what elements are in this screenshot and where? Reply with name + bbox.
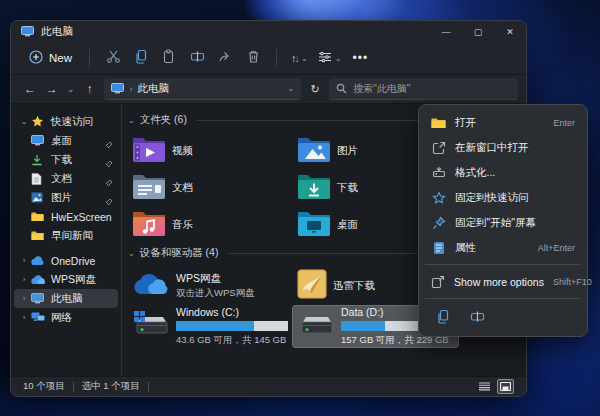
minimize-button[interactable]: — [430, 21, 462, 42]
cut-icon [106, 49, 121, 67]
copy-button[interactable] [431, 307, 455, 329]
cut-button[interactable] [99, 46, 127, 70]
this-pc-icon [21, 23, 34, 41]
sidebar-item-quick-access[interactable]: ⌄ 快速访问 [14, 112, 118, 131]
rename-button[interactable] [465, 307, 489, 329]
title-bar[interactable]: 此电脑 — ▢ ✕ [11, 21, 526, 42]
large-icons-view-button[interactable] [497, 379, 514, 394]
sidebar-item-documents[interactable]: 文档 [14, 169, 118, 188]
view-button[interactable]: ⌄ [313, 46, 347, 70]
more-options-button[interactable]: ••• [346, 46, 374, 70]
section-title: 文件夹 (6) [140, 113, 187, 127]
music-folder-icon [132, 209, 166, 241]
share-button[interactable] [211, 46, 239, 70]
menu-item-open-new-window[interactable]: 在新窗口中打开 [423, 135, 583, 160]
menu-item-pin-start[interactable]: 固定到"开始"屏幕 [423, 210, 583, 235]
chevron-right-icon[interactable]: › [18, 256, 30, 265]
chevron-down-icon[interactable]: ⌄ [18, 117, 30, 126]
share-icon [218, 49, 233, 67]
sidebar-item-this-pc[interactable]: › 此电脑 [14, 289, 118, 308]
search-box [329, 78, 518, 100]
rename-button[interactable] [183, 46, 211, 70]
format-drive-icon [431, 166, 446, 179]
chevron-right-icon[interactable]: › [18, 275, 30, 284]
paste-icon [162, 49, 177, 67]
desktop-icon [31, 134, 45, 147]
command-bar: New ↑↓ ⌄ ⌄ ••• [11, 42, 526, 75]
drive-icon [297, 310, 335, 344]
chevron-right-icon[interactable]: › [18, 313, 30, 322]
window-title: 此电脑 [41, 25, 73, 39]
chevron-down-icon[interactable]: ⌄ [128, 249, 135, 258]
download-icon [31, 153, 45, 166]
sidebar-item-onedrive[interactable]: › OneDrive [14, 251, 118, 270]
sidebar-item-pictures[interactable]: 图片 [14, 188, 118, 207]
folder-tile-documents[interactable]: 文档 [128, 169, 293, 206]
sort-button[interactable]: ↑↓ ⌄ [286, 46, 313, 70]
folder-tile-videos[interactable]: 视频 [128, 132, 293, 169]
star-icon [31, 115, 45, 128]
documents-folder-icon [132, 172, 166, 204]
show-more-icon [431, 275, 445, 289]
search-input[interactable] [353, 83, 511, 94]
up-button[interactable]: ↑ [79, 78, 101, 100]
star-outline-icon [431, 191, 446, 205]
folder-icon [31, 229, 45, 242]
folder-open-icon [431, 117, 446, 129]
sidebar-item-network[interactable]: › 网络 [14, 308, 118, 327]
cloud-icon [31, 254, 45, 267]
device-tile-drive-c[interactable]: Windows (C:) 43.6 GB 可用，共 145 GB [128, 306, 293, 347]
rename-icon [190, 49, 205, 67]
details-view-button[interactable] [476, 379, 493, 394]
chevron-down-icon[interactable]: ⌄ [128, 116, 135, 125]
navigation-bar: ← → ⌄ ↑ › 此电脑 ⌄ ↻ [11, 75, 526, 104]
desktop-folder-icon [297, 209, 331, 241]
breadcrumb[interactable]: 此电脑 [137, 82, 169, 96]
properties-icon [431, 241, 446, 255]
close-button[interactable]: ✕ [494, 21, 526, 42]
network-icon [31, 311, 45, 324]
sort-icon: ↑↓ [291, 52, 298, 64]
address-bar[interactable]: › 此电脑 ⌄ [104, 78, 301, 100]
menu-item-show-more-options[interactable]: Show more options Shift+F10 [423, 269, 583, 294]
videos-folder-icon [132, 135, 166, 167]
chevron-down-icon[interactable]: ⌄ [288, 84, 295, 93]
menu-item-pin-quick-access[interactable]: 固定到快速访问 [423, 185, 583, 210]
refresh-button[interactable]: ↻ [304, 78, 326, 100]
new-button[interactable]: New [21, 46, 80, 70]
thunder-download-icon [297, 269, 327, 303]
sidebar-item-downloads[interactable]: 下载 [14, 150, 118, 169]
sidebar-item-hwexscreen[interactable]: HwExScreen [14, 207, 118, 226]
search-icon [336, 80, 347, 98]
menu-item-properties[interactable]: 属性 Alt+Enter [423, 235, 583, 260]
device-tile-wps-cloud[interactable]: WPS网盘 双击进入WPS网盘 [128, 265, 293, 306]
item-count: 10 个项目 [23, 380, 65, 393]
folder-tile-music[interactable]: 音乐 [128, 206, 293, 243]
delete-button[interactable] [239, 46, 267, 70]
forward-button[interactable]: → [41, 78, 63, 100]
chevron-right-icon[interactable]: › [18, 294, 30, 303]
back-button[interactable]: ← [19, 78, 41, 100]
cloud-icon [31, 273, 45, 286]
chevron-down-icon: ⌄ [301, 54, 308, 63]
sidebar-item-wps-cloud[interactable]: › WPS网盘 [14, 270, 118, 289]
pictures-folder-icon [297, 135, 331, 167]
paste-button[interactable] [155, 46, 183, 70]
sidebar-item-zaojianxinwen[interactable]: 早间新闻 [14, 226, 118, 245]
breadcrumb-separator: › [129, 84, 132, 94]
sidebar-item-desktop[interactable]: 桌面 [14, 131, 118, 150]
menu-item-format[interactable]: 格式化... [423, 160, 583, 185]
new-button-label: New [49, 52, 72, 64]
menu-item-open[interactable]: 打开 Enter [423, 110, 583, 135]
pictures-icon [31, 191, 45, 204]
windows-drive-icon [132, 310, 170, 344]
menu-separator [425, 264, 581, 265]
menu-quick-actions [423, 303, 583, 331]
status-separator [148, 382, 149, 392]
section-title: 设备和驱动器 (4) [140, 246, 219, 260]
chevron-down-icon: ⌄ [335, 54, 342, 63]
recent-locations-button[interactable]: ⌄ [63, 78, 79, 100]
selected-count: 选中 1 个项目 [82, 380, 140, 393]
maximize-button[interactable]: ▢ [462, 21, 494, 42]
copy-button[interactable] [127, 46, 155, 70]
